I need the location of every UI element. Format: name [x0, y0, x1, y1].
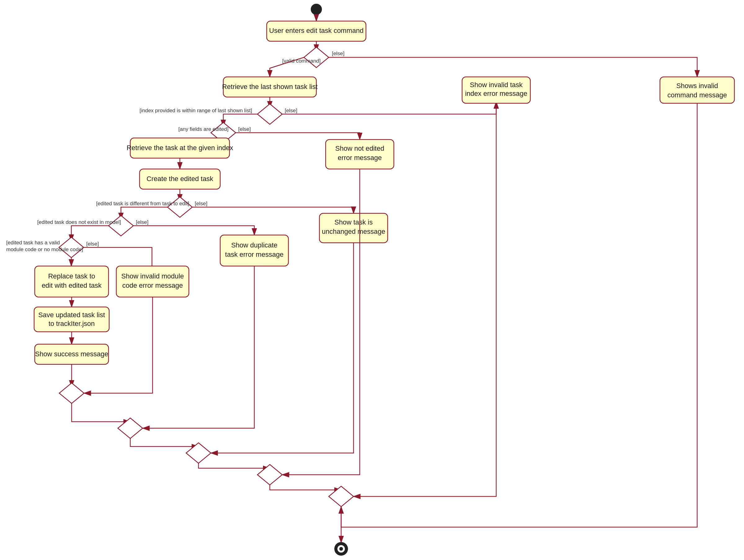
edge-unchanged-m3 [211, 243, 354, 453]
node-show-dup-text2: task error message [225, 251, 284, 258]
edge-m1-m2 [72, 403, 130, 422]
diamond-merge2 [118, 418, 143, 439]
node-show-not-edited-text2: error message [338, 154, 382, 161]
diamond-merge5 [329, 486, 354, 507]
label-else-diff: [else] [195, 200, 208, 207]
node-retrieve-list-text: Retrieve the last shown task list [222, 83, 318, 90]
node-shows-invalid-cmd-text2: command message [667, 91, 727, 99]
label-else-fields: [else] [238, 126, 251, 132]
diamond-diff [168, 197, 192, 217]
label-edited-diff: [edited task is different from task to e… [96, 200, 189, 207]
diamond-merge3 [186, 443, 211, 463]
end-node-dot [339, 547, 343, 551]
node-replace-task-text1: Replace task to [48, 272, 95, 280]
label-else-exists: [else] [136, 219, 149, 225]
label-any-fields: [any fields are edited] [178, 126, 229, 132]
edge-d2-d3 [223, 114, 257, 126]
node-show-success-text: Show success message [35, 350, 108, 358]
node-show-invalid-task-idx-text1: Show invalid task [470, 81, 523, 89]
node-retrieve-task-text: Retrieve the task at the given index [126, 144, 233, 152]
label-index-range: [index provided is within range of last … [140, 108, 252, 113]
label-valid-module1: [edited task has a valid [6, 240, 60, 246]
edge-m2-m3 [130, 439, 198, 447]
label-else-valid: [else] [332, 50, 344, 57]
node-show-task-unchanged-text2: unchanged message [322, 228, 385, 235]
edge-m4-m5 [270, 485, 341, 490]
start-node [311, 4, 322, 15]
node-show-task-unchanged-text1: Show task is [334, 218, 373, 226]
node-save-updated-text1: Save updated task list [38, 311, 105, 319]
label-else-index: [else] [285, 108, 297, 113]
node-shows-invalid-cmd-text1: Shows invalid [676, 82, 718, 89]
node-user-enters-text: User enters edit task command [269, 27, 364, 34]
edge-d3-not-edited [236, 133, 360, 140]
label-valid-module2: module code or no module code] [6, 247, 83, 252]
node-show-not-edited-text1: Show not edited [335, 145, 384, 152]
edge-d1-invalid-cmd [329, 58, 697, 77]
edge-d4-d5 [121, 207, 168, 220]
edge-d5-d6 [71, 226, 109, 241]
diamond-merge1 [59, 383, 84, 403]
node-save-updated-text2: to trackIter.json [48, 320, 95, 328]
label-valid-command: [valid command] [282, 58, 321, 64]
label-else-module: [else] [86, 241, 99, 247]
activity-diagram: User enters edit task command [valid com… [0, 0, 744, 560]
edge-d2-invalid-idx [282, 102, 496, 114]
node-replace-task-text2: edit with edited task [42, 282, 102, 289]
label-not-exist: [edited task does not exist in model] [37, 219, 121, 225]
diamond-exists [109, 216, 133, 236]
diamond-merge4 [257, 464, 282, 485]
diamond-valid [304, 47, 329, 68]
edge-d5-dup [133, 226, 254, 235]
edge-m3-m4 [198, 463, 270, 468]
node-create-edited-text: Create the edited task [146, 175, 213, 183]
node-show-dup-text1: Show duplicate [231, 241, 277, 249]
edge-invalid-cmd-m5 [341, 103, 697, 527]
diamond-index [257, 104, 282, 124]
node-show-invalid-module-text1: Show invalid module [121, 272, 184, 280]
edge-d4-unchanged [192, 207, 354, 213]
node-show-invalid-module-text2: code error message [122, 282, 183, 289]
node-shows-invalid-cmd [660, 77, 734, 103]
node-show-invalid-task-idx-text2: index error message [465, 89, 527, 97]
